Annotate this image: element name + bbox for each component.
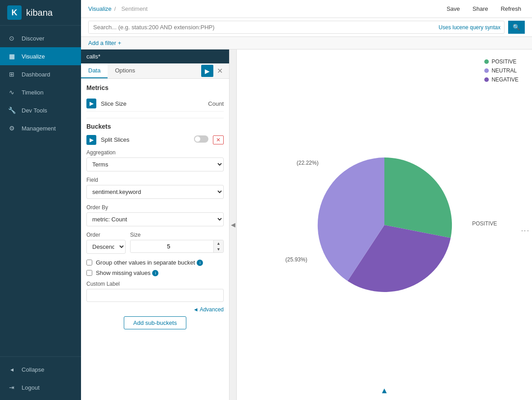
group-other-info-icon[interactable]: i <box>197 260 203 266</box>
pie-label-neutral: (22.22%) <box>297 160 319 166</box>
content-area: calls* Data Options ▶ ✕ Metrics ▶ Slice … <box>81 49 532 400</box>
stepper-buttons: ▲ ▼ <box>213 240 223 252</box>
bucket-icon: ▶ <box>86 135 96 145</box>
order-by-select[interactable]: metric: Count alphabetical <box>86 212 224 226</box>
order-by-label: Order By <box>86 204 224 211</box>
search-icon: 🔍 <box>513 24 520 31</box>
gear-icon: ⚙ <box>7 124 16 133</box>
save-button[interactable]: Save <box>443 4 464 14</box>
search-input-wrap: Uses lucene query syntax <box>88 21 505 34</box>
sidebar-item-timelion[interactable]: ∿ Timelion <box>0 83 81 101</box>
aggregation-select[interactable]: Terms Filters Range Significant Terms <box>86 157 224 171</box>
group-other-row: Group other values in separate bucket i <box>86 259 224 266</box>
search-input[interactable] <box>89 21 435 33</box>
toggle-knob <box>195 136 200 142</box>
breadcrumb-parent[interactable]: Visualize <box>88 5 112 12</box>
add-filter-button[interactable]: Add a filter + <box>88 40 121 46</box>
pie-label-negative: (25.93%) <box>285 256 307 263</box>
sidebar-item-label: Dashboard <box>22 71 50 78</box>
sidebar-item-dev-tools[interactable]: 🔧 Dev Tools <box>0 101 81 119</box>
custom-label-label: Custom Label <box>86 281 224 287</box>
main-content: Visualize / Sentiment Save Share Refresh… <box>81 0 532 400</box>
sidebar-item-collapse[interactable]: ◂ Collapse <box>0 360 81 378</box>
breadcrumb-separator: / <box>114 5 116 12</box>
size-label: Size <box>130 232 224 238</box>
sidebar-item-discover[interactable]: ⊙ Discover <box>0 29 81 47</box>
custom-label-input[interactable] <box>86 289 224 302</box>
sidebar-item-label: Visualize <box>22 53 45 60</box>
topbar-actions: Save Share Refresh <box>443 4 525 14</box>
sidebar-bottom: ◂ Collapse ⇥ Logout <box>0 356 81 400</box>
chart-options-menu[interactable]: ⋮ <box>518 225 532 237</box>
sidebar-item-label: Management <box>22 125 56 132</box>
order-select[interactable]: Descending Ascending <box>86 240 126 254</box>
delete-bucket-button[interactable]: ✕ <box>213 135 224 144</box>
sidebar-item-label: Collapse <box>22 366 45 373</box>
search-button[interactable]: 🔍 <box>508 21 525 34</box>
breadcrumb-current: Sentiment <box>121 5 148 12</box>
buckets-title: Buckets <box>86 123 224 130</box>
field-label: Field <box>86 177 224 183</box>
close-panel-button[interactable]: ✕ <box>214 65 225 77</box>
metrics-title: Metrics <box>86 84 224 91</box>
chart-area: POSITIVE NEUTRAL NEGATIVE <box>237 49 532 400</box>
refresh-button[interactable]: Refresh <box>497 4 525 14</box>
order-by-group: Order By metric: Count alphabetical <box>86 204 224 226</box>
pie-label-positive: POSITIVE <box>472 220 497 227</box>
bucket-split-slices-label: Split Slices <box>101 136 192 143</box>
show-missing-label: Show missing values <box>96 270 150 276</box>
filter-bar: Add a filter + <box>81 37 532 49</box>
sidebar-item-dashboard[interactable]: ⊞ Dashboard <box>0 65 81 83</box>
share-button[interactable]: Share <box>469 4 492 14</box>
add-sub-buckets: Add sub-buckets <box>86 316 224 329</box>
sidebar-item-label: Timelion <box>22 89 44 96</box>
order-group: Order Descending Ascending <box>86 232 126 254</box>
order-size-row: Order Descending Ascending Size ▲ ▼ <box>86 232 224 259</box>
advanced-link[interactable]: ◄ Advanced <box>86 306 224 313</box>
panel-index: calls* <box>81 49 229 63</box>
lucene-syntax-link[interactable]: Uses lucene query syntax <box>435 24 504 31</box>
field-group: Field sentiment.keyword <box>86 177 224 199</box>
split-slices-toggle[interactable] <box>192 135 210 145</box>
chart-scroll-up-button[interactable]: ▲ <box>380 386 388 396</box>
toggle-switch[interactable] <box>194 135 208 143</box>
aggregation-label: Aggregation <box>86 149 224 156</box>
group-other-checkbox[interactable] <box>86 260 92 265</box>
size-input[interactable] <box>131 240 213 252</box>
collapse-toggle[interactable]: ◀ <box>230 49 237 400</box>
search-bar: Uses lucene query syntax 🔍 <box>81 18 532 37</box>
sidebar-item-logout[interactable]: ⇥ Logout <box>0 378 81 396</box>
panel-body: Metrics ▶ Slice Size Count Buckets ▶ Spl… <box>81 79 229 400</box>
show-missing-checkbox[interactable] <box>86 270 92 276</box>
kibana-logo-text: kibana <box>26 8 53 18</box>
pie-slice-positive[interactable] <box>384 157 452 238</box>
kibana-logo-icon: K <box>7 5 22 20</box>
wrench-icon: 🔧 <box>7 106 16 115</box>
tab-data[interactable]: Data <box>81 63 108 78</box>
panel-tabs: Data Options ▶ ✕ <box>81 63 229 79</box>
field-select[interactable]: sentiment.keyword <box>86 185 224 199</box>
show-missing-row: Show missing values i <box>86 270 224 276</box>
metric-slice-size-label: Slice Size <box>101 100 208 107</box>
stepper-up-button[interactable]: ▲ <box>214 240 223 247</box>
sidebar-item-label: Dev Tools <box>22 107 47 114</box>
aggregation-group: Aggregation Terms Filters Range Signific… <box>86 149 224 171</box>
topbar: Visualize / Sentiment Save Share Refresh <box>81 0 532 18</box>
size-stepper: ▲ ▼ <box>130 240 224 253</box>
sidebar-item-management[interactable]: ⚙ Management <box>0 119 81 137</box>
sidebar-logo: K kibana <box>0 0 81 26</box>
play-button[interactable]: ▶ <box>201 65 213 77</box>
chart-container: (22.22%) (25.93%) POSITIVE ⋮ <box>237 49 532 400</box>
show-missing-info-icon[interactable]: i <box>152 270 158 276</box>
left-panel: calls* Data Options ▶ ✕ Metrics ▶ Slice … <box>81 49 230 400</box>
bar-chart-icon: ▦ <box>7 52 16 61</box>
panel-tab-actions: ▶ ✕ <box>201 65 229 77</box>
compass-icon: ⊙ <box>7 34 16 43</box>
tab-options[interactable]: Options <box>108 63 142 78</box>
sidebar-item-visualize[interactable]: ▦ Visualize <box>0 47 81 65</box>
sidebar-item-label: Logout <box>22 384 40 391</box>
section-divider <box>86 118 224 118</box>
stepper-down-button[interactable]: ▼ <box>214 247 223 253</box>
add-sub-buckets-button[interactable]: Add sub-buckets <box>124 316 186 329</box>
sidebar-nav: ⊙ Discover ▦ Visualize ⊞ Dashboard ∿ Tim… <box>0 26 81 356</box>
